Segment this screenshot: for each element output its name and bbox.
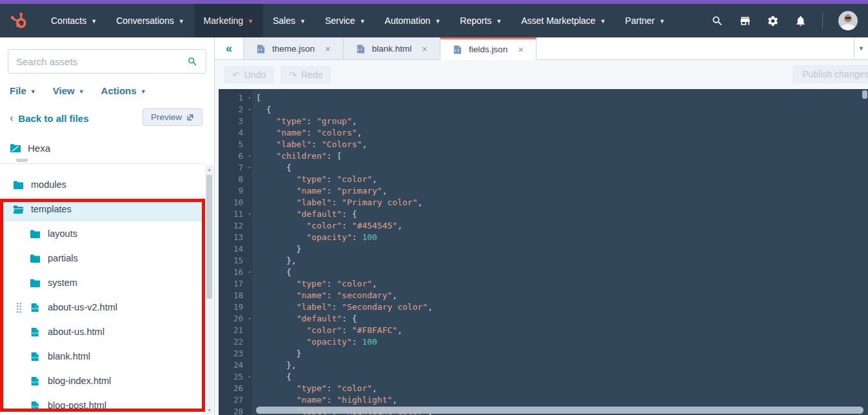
nav-item-asset-marketplace[interactable]: Asset Marketplace▼: [511, 4, 615, 37]
code-line[interactable]: [: [252, 92, 868, 104]
line-number: 11▾: [219, 208, 252, 220]
search-assets-input[interactable]: [16, 56, 187, 67]
nav-item-reports[interactable]: Reports▼: [450, 4, 511, 37]
nav-item-label: Service: [325, 15, 355, 26]
scrollbar-thumb[interactable]: [206, 175, 212, 299]
view-menu[interactable]: View▼: [53, 85, 84, 96]
file-menu[interactable]: File▼: [10, 85, 36, 96]
partially-scrolled-row: [16, 159, 28, 162]
fold-arrow-icon[interactable]: ▾: [248, 104, 251, 116]
code-line[interactable]: "label": "Primary color",: [252, 197, 868, 208]
code-line[interactable]: }: [252, 348, 868, 359]
fold-arrow-icon[interactable]: ▾: [248, 162, 251, 174]
code-line[interactable]: "type": "group",: [252, 116, 868, 127]
publish-changes-button[interactable]: Publish changes: [793, 65, 868, 83]
code-editor[interactable]: 1▾2▾3456▾7▾891011▾1213141516▾17181920▾21…: [219, 89, 868, 415]
fold-arrow-icon[interactable]: ▾: [248, 208, 251, 220]
code-line[interactable]: "label": "Colors",: [252, 139, 868, 150]
code-line[interactable]: "name": "colors",: [252, 127, 868, 139]
code-line[interactable]: "type": "color",: [252, 383, 868, 394]
search-icon[interactable]: [711, 15, 724, 27]
tree-item-partials[interactable]: partials: [0, 246, 205, 270]
line-number: 18: [219, 290, 252, 301]
tree-item-about-us-html[interactable]: </>about-us.html: [0, 319, 205, 344]
tree-item-blog-post-html[interactable]: </>blog-post.html: [0, 393, 205, 415]
undo-button[interactable]: ↶ Undo: [224, 66, 274, 84]
code-line[interactable]: "default": {: [252, 313, 868, 325]
nav-item-conversations[interactable]: Conversations▼: [106, 4, 193, 37]
tree-item-blank-html[interactable]: </>blank.html: [0, 344, 205, 369]
nav-item-contacts[interactable]: Contacts▼: [41, 4, 106, 37]
nav-item-sales[interactable]: Sales▼: [263, 4, 315, 37]
back-to-all-files-link[interactable]: ‹ Back to all files: [10, 112, 89, 124]
tab-close-icon[interactable]: ×: [325, 43, 331, 54]
fold-arrow-icon[interactable]: ▾: [248, 150, 251, 162]
nav-item-partner[interactable]: Partner▼: [615, 4, 675, 37]
code-line[interactable]: {: [252, 267, 868, 278]
code-line[interactable]: "color": "#F8FAFC",: [252, 325, 868, 336]
tab-blank-html[interactable]: blank.html×: [343, 37, 440, 60]
line-number: 19: [219, 301, 252, 313]
code-line[interactable]: "name": "highlight",: [252, 394, 868, 406]
theme-icon: [10, 143, 21, 153]
line-number: 27: [219, 394, 252, 406]
tab-close-icon[interactable]: ×: [518, 44, 524, 55]
theme-root[interactable]: Hexa: [10, 143, 50, 154]
code-line[interactable]: "label": "Secondary color",: [252, 301, 868, 313]
fold-arrow-icon[interactable]: ▾: [248, 267, 251, 278]
tab-fields-json[interactable]: fields.json×: [440, 37, 537, 60]
line-number: 24: [219, 359, 252, 371]
fold-arrow-icon[interactable]: ▾: [248, 313, 251, 325]
editor-vertical-scrollbar-thumb[interactable]: [862, 90, 867, 99]
actions-menu[interactable]: Actions▼: [101, 85, 146, 96]
tree-item-about-us-v2-html[interactable]: </>about-us-v2.html: [0, 295, 205, 319]
tab-close-icon[interactable]: ×: [422, 43, 428, 54]
scroll-down-arrow-icon[interactable]: ▼: [205, 408, 213, 412]
preview-button[interactable]: Preview: [143, 108, 202, 126]
code-line[interactable]: },: [252, 359, 868, 371]
code-line[interactable]: {: [252, 371, 868, 383]
code-line[interactable]: "name": "primary",: [252, 185, 868, 197]
settings-gear-icon[interactable]: [767, 15, 779, 27]
line-number: 22: [219, 336, 252, 348]
tab-overflow-dropdown[interactable]: ▼: [854, 37, 868, 60]
collapse-sidebar-button[interactable]: «: [215, 37, 243, 60]
sidebar-divider: [0, 163, 205, 164]
nav-item-service[interactable]: Service▼: [315, 4, 375, 37]
marketplace-icon[interactable]: [739, 15, 751, 27]
tree-item-blog-index-html[interactable]: </>blog-index.html: [0, 369, 205, 393]
tab-theme-json[interactable]: theme.json×: [243, 37, 343, 60]
tree-item-modules[interactable]: modules: [0, 172, 205, 197]
hubspot-logo-icon[interactable]: [9, 11, 28, 30]
nav-item-marketing[interactable]: Marketing▼: [194, 4, 263, 37]
code-line[interactable]: },: [252, 255, 868, 267]
code-area[interactable]: [ { "type": "group", "name": "colors", "…: [252, 89, 868, 415]
user-avatar[interactable]: [838, 11, 858, 30]
file-tab-icon: [453, 45, 462, 54]
tree-item-templates[interactable]: templates: [0, 197, 205, 221]
editor-horizontal-scrollbar[interactable]: [256, 407, 863, 414]
code-line[interactable]: "default": {: [252, 208, 868, 220]
drag-handle[interactable]: [16, 302, 23, 313]
fold-arrow-icon[interactable]: ▾: [248, 371, 251, 383]
code-line[interactable]: "name": "secondary",: [252, 290, 868, 301]
code-line[interactable]: "type": "color",: [252, 278, 868, 290]
code-line[interactable]: "opacity": 100: [252, 336, 868, 348]
code-line[interactable]: {: [252, 162, 868, 174]
search-assets-icon[interactable]: [187, 56, 198, 67]
nav-item-automation[interactable]: Automation▼: [375, 4, 451, 37]
line-number: 4: [219, 127, 252, 139]
code-line[interactable]: }: [252, 243, 868, 255]
scroll-up-arrow-icon[interactable]: ▲: [205, 167, 213, 172]
code-line[interactable]: "children": [: [252, 150, 868, 162]
code-line[interactable]: "color": "#454545",: [252, 220, 868, 232]
tree-item-system[interactable]: system: [0, 270, 205, 295]
code-line[interactable]: {: [252, 104, 868, 116]
code-line[interactable]: "opacity": 100: [252, 232, 868, 243]
redo-button[interactable]: ↷ Redo: [281, 66, 331, 84]
code-line[interactable]: "type": "color",: [252, 174, 868, 185]
notifications-bell-icon[interactable]: [794, 15, 807, 27]
sidebar-scrollbar[interactable]: ▲ ▼: [205, 165, 213, 415]
tree-item-layouts[interactable]: layouts: [0, 221, 205, 246]
fold-arrow-icon[interactable]: ▾: [248, 92, 251, 104]
